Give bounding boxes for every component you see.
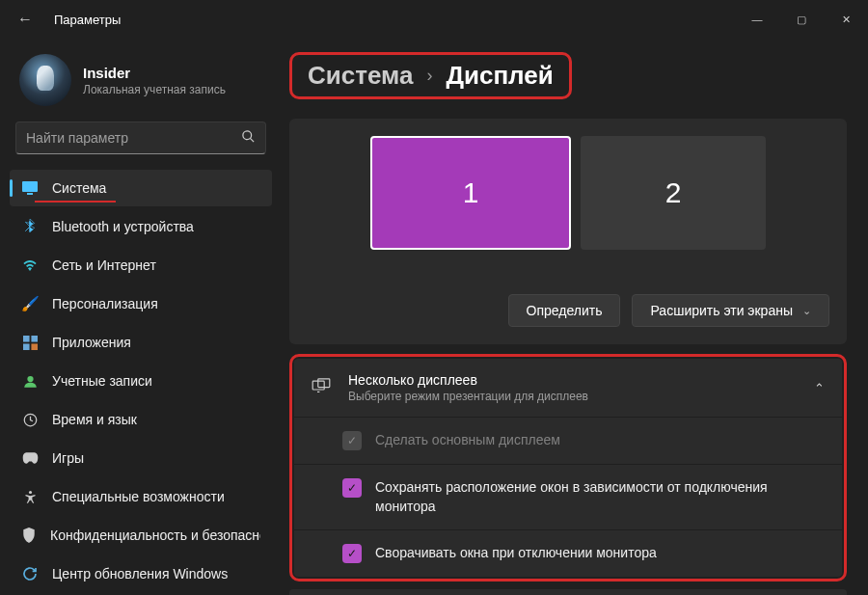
display-arrangement-card: 1 2 Определить Расширить эти экраны⌄ bbox=[289, 119, 847, 344]
nav-label: Центр обновления Windows bbox=[52, 566, 228, 581]
panel-subtitle: Выберите режим презентации для дисплеев bbox=[348, 390, 799, 403]
search-input[interactable] bbox=[26, 130, 241, 146]
chevron-down-icon: ⌄ bbox=[802, 305, 811, 317]
nav-privacy[interactable]: Конфиденциальность и безопасность bbox=[10, 517, 272, 554]
option-minimize-on-disconnect[interactable]: ✓ Сворачивать окна при отключении монито… bbox=[294, 529, 842, 577]
svg-line-1 bbox=[250, 138, 254, 142]
user-name: Insider bbox=[83, 65, 226, 81]
maximize-button[interactable]: ▢ bbox=[779, 0, 824, 39]
monitor-2-label: 2 bbox=[665, 176, 682, 209]
svg-rect-6 bbox=[23, 343, 30, 350]
nav-list: Система Bluetooth и устройства Сеть и Ин… bbox=[10, 170, 272, 592]
multiple-displays-section: Несколько дисплеев Выберите режим презен… bbox=[289, 354, 847, 581]
system-icon bbox=[21, 179, 39, 197]
main-content: Система › Дисплей 1 2 Определить Расшири… bbox=[280, 39, 868, 595]
nav-network[interactable]: Сеть и Интернет bbox=[10, 247, 272, 284]
breadcrumb-parent[interactable]: Система bbox=[308, 61, 413, 91]
nav-label: Сеть и Интернет bbox=[52, 257, 156, 273]
back-button[interactable]: ← bbox=[17, 11, 33, 28]
checkbox-primary: ✓ bbox=[342, 431, 362, 450]
monitor-1[interactable]: 1 bbox=[370, 136, 571, 250]
extend-dropdown[interactable]: Расширить эти экраны⌄ bbox=[632, 294, 829, 327]
sidebar: Insider Локальная учетная запись Система bbox=[0, 39, 280, 595]
chevron-up-icon: ⌃ bbox=[814, 381, 825, 395]
panel-title: Несколько дисплеев bbox=[348, 372, 799, 388]
nav-apps[interactable]: Приложения bbox=[10, 324, 272, 361]
avatar bbox=[19, 54, 71, 106]
svg-rect-2 bbox=[22, 181, 38, 192]
nav-time-language[interactable]: Время и язык bbox=[10, 401, 272, 438]
nav-windows-update[interactable]: Центр обновления Windows bbox=[10, 555, 272, 592]
window-controls: — ▢ ✕ bbox=[735, 0, 868, 39]
update-icon bbox=[21, 565, 39, 582]
nav-label: Конфиденциальность и безопасность bbox=[50, 527, 260, 543]
identify-button[interactable]: Определить bbox=[508, 294, 621, 327]
user-account-type: Локальная учетная запись bbox=[83, 83, 226, 96]
search-box[interactable] bbox=[15, 122, 266, 154]
apps-icon bbox=[21, 334, 39, 351]
checkbox-minimize[interactable]: ✓ bbox=[342, 544, 362, 563]
nav-label: Игры bbox=[52, 450, 84, 466]
shield-icon bbox=[21, 527, 37, 544]
svg-rect-3 bbox=[27, 193, 33, 195]
svg-rect-5 bbox=[31, 336, 38, 342]
bluetooth-icon bbox=[21, 218, 39, 235]
multiple-displays-header[interactable]: Несколько дисплеев Выберите режим презен… bbox=[294, 359, 842, 417]
nav-label: Специальные возможности bbox=[52, 489, 225, 504]
network-icon bbox=[21, 257, 39, 274]
monitor-layout[interactable]: 1 2 bbox=[307, 136, 829, 250]
titlebar: ← Параметры — ▢ ✕ bbox=[0, 0, 868, 39]
window-title: Параметры bbox=[54, 13, 121, 27]
nav-personalization[interactable]: 🖌️ Персонализация bbox=[10, 285, 272, 322]
nav-accessibility[interactable]: Специальные возможности bbox=[10, 478, 272, 515]
displays-icon bbox=[312, 378, 333, 397]
nav-label: Система bbox=[52, 180, 106, 196]
option-remember-layout[interactable]: ✓ Сохранять расположение окон в зависимо… bbox=[294, 464, 842, 529]
nav-bluetooth[interactable]: Bluetooth и устройства bbox=[10, 208, 272, 245]
monitor-1-label: 1 bbox=[463, 176, 479, 209]
search-icon bbox=[241, 129, 256, 147]
monitor-2[interactable]: 2 bbox=[581, 136, 766, 250]
checkbox-remember[interactable]: ✓ bbox=[342, 478, 362, 498]
nav-label: Учетные записи bbox=[52, 373, 152, 389]
nav-system[interactable]: Система bbox=[10, 170, 272, 206]
svg-rect-4 bbox=[23, 336, 30, 342]
minimize-button[interactable]: — bbox=[735, 0, 779, 39]
svg-rect-7 bbox=[31, 343, 38, 350]
nav-gaming[interactable]: Игры bbox=[10, 440, 272, 476]
red-underline bbox=[35, 201, 116, 203]
user-block[interactable]: Insider Локальная учетная запись bbox=[10, 46, 272, 122]
svg-point-10 bbox=[28, 490, 31, 493]
svg-point-0 bbox=[243, 131, 252, 140]
option-make-primary: ✓ Сделать основным дисплеем bbox=[294, 417, 842, 464]
brush-icon: 🖌️ bbox=[21, 295, 39, 312]
gamepad-icon bbox=[21, 449, 39, 467]
person-icon bbox=[21, 372, 39, 390]
breadcrumb: Система › Дисплей bbox=[289, 52, 572, 99]
nav-label: Bluetooth и устройства bbox=[52, 219, 194, 234]
close-button[interactable]: ✕ bbox=[824, 0, 868, 39]
breadcrumb-current: Дисплей bbox=[446, 61, 553, 91]
nav-label: Время и язык bbox=[52, 412, 137, 427]
checkbox-minimize-label: Сворачивать окна при отключении монитора bbox=[375, 544, 657, 563]
svg-point-8 bbox=[27, 375, 33, 381]
checkbox-primary-label: Сделать основным дисплеем bbox=[375, 431, 560, 450]
nav-label: Персонализация bbox=[52, 296, 158, 311]
nav-accounts[interactable]: Учетные записи bbox=[10, 363, 272, 399]
detect-display-row: Обнаружить другой дисплей Обнаружить bbox=[289, 589, 847, 595]
accessibility-icon bbox=[21, 488, 39, 505]
breadcrumb-separator-icon: › bbox=[426, 66, 432, 86]
clock-icon bbox=[21, 411, 39, 428]
checkbox-remember-label: Сохранять расположение окон в зависимост… bbox=[375, 478, 825, 516]
nav-label: Приложения bbox=[52, 335, 131, 350]
